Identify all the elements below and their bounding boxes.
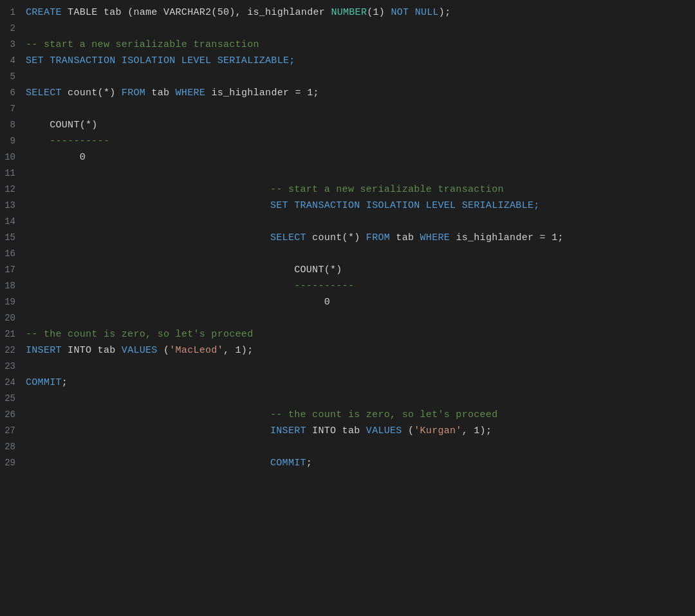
token: ( — [158, 345, 170, 356]
line-number: 1 — [0, 5, 26, 19]
code-line: 24COMMIT; — [0, 375, 695, 391]
line-content — [26, 214, 695, 230]
line-number: 26 — [0, 407, 26, 422]
line-number: 14 — [0, 214, 26, 229]
token: -- start a new serializable transaction — [270, 184, 504, 195]
code-editor: 1CREATE TABLE tab (name VARCHAR2(50), is… — [0, 0, 695, 477]
token: SELECT — [26, 88, 62, 98]
line-number: 27 — [0, 424, 26, 438]
token: tab — [145, 88, 176, 98]
line-number: 12 — [0, 182, 26, 196]
token: TRANSACTION ISOLATION LEVEL SERIALIZABLE… — [44, 55, 295, 66]
token: ---------- — [270, 281, 354, 292]
code-line: 1CREATE TABLE tab (name VARCHAR2(50), is… — [0, 5, 695, 21]
line-number: 9 — [0, 134, 26, 148]
line-number: 17 — [0, 263, 26, 277]
line-number: 24 — [0, 375, 26, 389]
line-number: 19 — [0, 295, 26, 309]
token: COMMIT — [270, 458, 306, 469]
code-line: 16 — [0, 247, 695, 263]
code-line: 5 — [0, 70, 695, 86]
line-content: INSERT INTO tab VALUES ('MacLeod', 1); — [26, 343, 695, 359]
code-line: 21-- the count is zero, so let's proceed — [0, 327, 695, 343]
code-line: 6SELECT count(*) FROM tab WHERE is_highl… — [0, 86, 695, 102]
token: ( — [402, 425, 414, 436]
code-line: 26-- the count is zero, so let's proceed — [0, 407, 695, 424]
line-content — [26, 21, 695, 37]
code-line: 20 — [0, 311, 695, 327]
token: COMMIT — [26, 377, 62, 388]
token: TABLE tab (name VARCHAR2(50), is_highlan… — [62, 7, 331, 18]
token: is_highlander = 1; — [450, 232, 564, 243]
token: is_highlander = 1; — [205, 88, 319, 98]
token: FROM — [366, 232, 390, 243]
token: INSERT — [270, 425, 306, 436]
line-number: 8 — [0, 118, 26, 132]
token: tab — [390, 232, 420, 243]
token: WHERE — [420, 232, 450, 243]
line-content: SELECT count(*) FROM tab WHERE is_highla… — [26, 86, 695, 101]
token: ---------- — [26, 136, 109, 147]
line-content: COUNT(*) — [26, 118, 695, 133]
token: SET — [26, 55, 44, 66]
line-content — [26, 247, 695, 262]
token: SET — [270, 200, 288, 211]
line-content: ---------- — [26, 279, 695, 294]
token: INTO tab — [306, 425, 366, 436]
line-content: COUNT(*) — [26, 263, 695, 278]
code-line: 10 0 — [0, 150, 695, 166]
line-number: 7 — [0, 102, 26, 116]
code-line: 2 — [0, 21, 695, 37]
token: count(*) — [306, 232, 366, 243]
line-content: -- the count is zero, so let's proceed — [26, 407, 695, 423]
code-line: 25 — [0, 391, 695, 407]
line-content — [26, 440, 695, 455]
token: TRANSACTION ISOLATION LEVEL SERIALIZABLE… — [288, 200, 540, 211]
line-content — [26, 391, 695, 407]
code-line: 3-- start a new serializable transaction — [0, 37, 695, 53]
code-line: 14 — [0, 214, 695, 230]
token: count(*) — [62, 88, 122, 98]
token: CREATE — [26, 7, 62, 18]
code-line: 22INSERT INTO tab VALUES ('MacLeod', 1); — [0, 343, 695, 359]
line-content — [26, 166, 695, 182]
code-line: 7 — [0, 102, 695, 118]
token: 'Kurgan' — [414, 425, 461, 436]
line-content: INSERT INTO tab VALUES ('Kurgan', 1); — [26, 424, 695, 439]
code-line: 4SET TRANSACTION ISOLATION LEVEL SERIALI… — [0, 53, 695, 70]
code-line: 28 — [0, 440, 695, 456]
token: NOT NULL — [391, 7, 438, 18]
code-line: 9 ---------- — [0, 134, 695, 150]
token: INTO tab — [62, 345, 122, 356]
line-number: 28 — [0, 440, 26, 454]
code-line: 12-- start a new serializable transactio… — [0, 182, 695, 198]
line-number: 29 — [0, 456, 26, 470]
token: ; — [62, 377, 68, 388]
token: SELECT — [270, 232, 306, 243]
token: NUMBER — [331, 7, 367, 18]
line-number: 5 — [0, 70, 26, 84]
token: VALUES — [122, 345, 158, 356]
line-content: SET TRANSACTION ISOLATION LEVEL SERIALIZ… — [26, 198, 695, 214]
line-content: COMMIT; — [26, 375, 695, 391]
token: 'MacLeod' — [169, 345, 223, 356]
line-number: 18 — [0, 279, 26, 293]
code-line: 23 — [0, 359, 695, 375]
code-line: 8 COUNT(*) — [0, 118, 695, 134]
line-number: 4 — [0, 53, 26, 68]
token: , 1); — [462, 425, 492, 436]
line-number: 20 — [0, 311, 26, 325]
token: ; — [306, 458, 312, 469]
token: INSERT — [26, 345, 62, 356]
token: ); — [439, 7, 451, 18]
line-number: 13 — [0, 198, 26, 212]
line-content: 0 — [26, 295, 695, 310]
code-line: 11 — [0, 166, 695, 182]
code-line: 13SET TRANSACTION ISOLATION LEVEL SERIAL… — [0, 198, 695, 214]
token: 0 — [26, 152, 86, 163]
token: WHERE — [176, 88, 206, 98]
line-number: 11 — [0, 166, 26, 180]
line-number: 15 — [0, 230, 26, 245]
token: COUNT(*) — [26, 120, 98, 131]
token: -- the count is zero, so let's proceed — [26, 329, 253, 340]
